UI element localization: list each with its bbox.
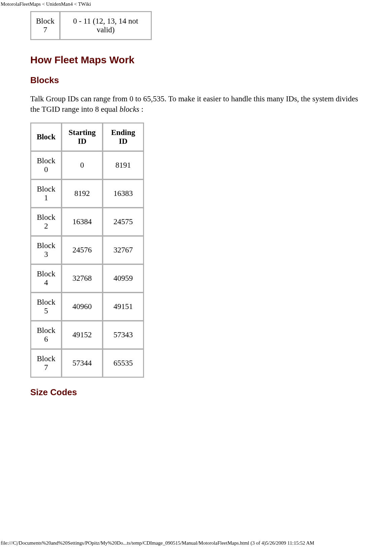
cell-block: Block 1 [31,180,61,207]
cell-end: 8191 [103,151,143,179]
cell-end: 49151 [103,293,143,320]
cell-block: Block 4 [31,265,61,292]
header-ending-id: Ending ID [103,123,143,151]
heading-size-codes: Size Codes [30,387,362,398]
table-header-row: Block Starting ID Ending ID [31,123,143,151]
table-row: Block 3 24576 32767 [31,236,143,264]
table-row: Block 0 0 8191 [31,151,143,179]
cell-start: 0 [62,151,102,179]
block-value-cell: 0 - 11 (12, 13, 14 not valid) [60,12,151,39]
cell-start: 49152 [62,321,102,349]
cell-start: 32768 [62,265,102,292]
cell-end: 32767 [103,236,143,264]
cell-end: 16383 [103,180,143,207]
cell-end: 57343 [103,321,143,349]
paragraph-text-pre: Talk Group IDs can range from 0 to 65,53… [30,95,358,113]
header-block: Block [31,123,61,151]
cell-start: 24576 [62,236,102,264]
table-row: Block 4 32768 40959 [31,265,143,292]
cell-block: Block 5 [31,293,61,320]
cell-block: Block 6 [31,321,61,349]
paragraph-blocks: Talk Group IDs can range from 0 to 65,53… [30,94,362,114]
cell-end: 40959 [103,265,143,292]
cell-end: 65535 [103,349,143,377]
heading-blocks: Blocks [30,75,362,85]
cell-start: 16384 [62,208,102,236]
cell-start: 8192 [62,180,102,207]
cell-block: Block 0 [31,151,61,179]
cell-block: Block 7 [31,349,61,377]
table-row: Block 2 16384 24575 [31,208,143,236]
heading-how-fleet-maps-work: How Fleet Maps Work [30,54,362,66]
table-row: Block 5 40960 49151 [31,293,143,320]
cell-block: Block 2 [31,208,61,236]
top-fragment-table: Block 7 0 - 11 (12, 13, 14 not valid) [30,11,152,40]
table-row: Block 6 49152 57343 [31,321,143,349]
cell-start: 57344 [62,349,102,377]
header-path: MotorolaFleetMaps < UnidenMan4 < TWiki [0,0,392,7]
blocks-table: Block Starting ID Ending ID Block 0 0 81… [30,123,144,378]
content-area: Block 7 0 - 11 (12, 13, 14 not valid) Ho… [0,11,392,398]
block-label-cell: Block 7 [31,12,60,39]
cell-block: Block 3 [31,236,61,264]
footer-path: file:///C|/Documents%20and%20Settings/PO… [1,540,314,546]
table-row: Block 7 57344 65535 [31,349,143,377]
header-starting-id: Starting ID [62,123,102,151]
table-row: Block 1 8192 16383 [31,180,143,207]
paragraph-text-post: : [139,105,143,113]
cell-start: 40960 [62,293,102,320]
table-row: Block 7 0 - 11 (12, 13, 14 not valid) [31,12,151,39]
paragraph-text-em: blocks [119,105,139,113]
page-container: MotorolaFleetMaps < UnidenMan4 < TWiki B… [0,0,392,548]
cell-end: 24575 [103,208,143,236]
